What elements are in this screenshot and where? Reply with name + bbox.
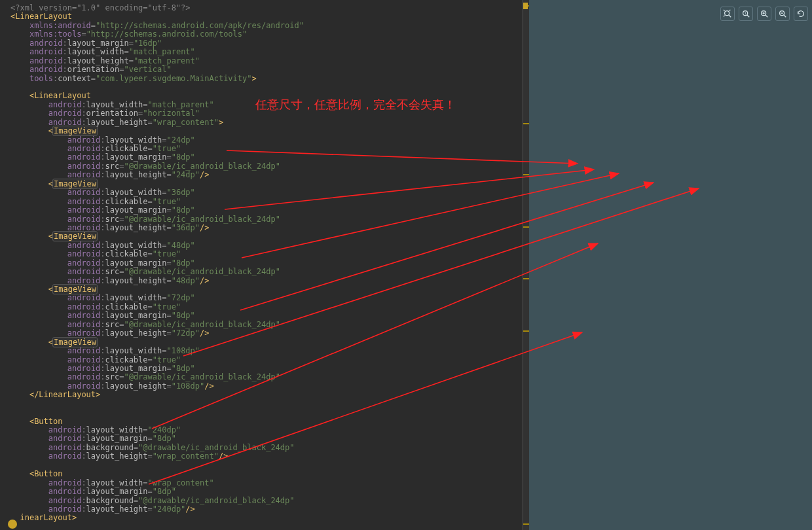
refresh-icon[interactable]	[794, 7, 808, 21]
zoom-actual-icon[interactable]: 1	[739, 7, 753, 21]
svg-point-0	[725, 11, 729, 16]
overlay-annotation: 任意尺寸，任意比例，完全不会失真！	[255, 97, 456, 113]
layout-preview: 1 6:00 SvgDemo	[529, 0, 812, 530]
intention-bulb-icon[interactable]	[8, 520, 17, 529]
zoom-out-icon[interactable]	[775, 7, 790, 21]
preview-toolbar: 1	[720, 7, 808, 21]
code-editor[interactable]: <?xml version="1.0" encoding="utf-8"?><L…	[0, 0, 529, 530]
editor-gutter	[523, 0, 529, 530]
svg-text:1: 1	[744, 11, 746, 15]
zoom-fit-icon[interactable]	[720, 7, 735, 21]
zoom-in-icon[interactable]	[757, 7, 771, 21]
warning-stripe	[523, 3, 528, 9]
